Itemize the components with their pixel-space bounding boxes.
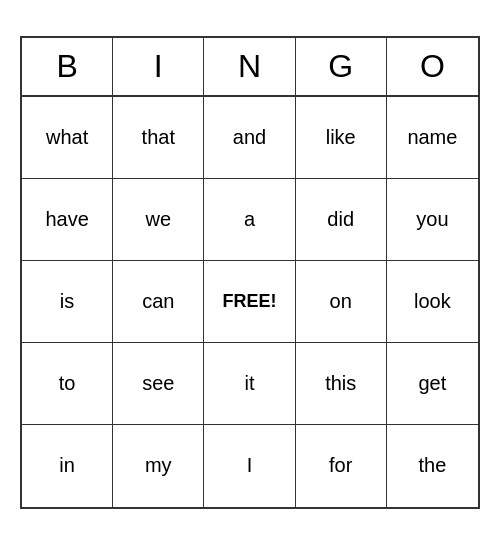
cell-r3c5: look <box>387 261 478 343</box>
cell-r4c4: this <box>296 343 387 425</box>
cell-r4c1: to <box>22 343 113 425</box>
bingo-grid: what that and like name have we a did yo… <box>22 97 478 507</box>
header-b: B <box>22 38 113 95</box>
cell-r3c4: on <box>296 261 387 343</box>
cell-r1c3: and <box>204 97 295 179</box>
header-o: O <box>387 38 478 95</box>
cell-r5c2: my <box>113 425 204 507</box>
cell-r2c3: a <box>204 179 295 261</box>
cell-r1c2: that <box>113 97 204 179</box>
cell-r4c3: it <box>204 343 295 425</box>
bingo-card: B I N G O what that and like name have w… <box>20 36 480 509</box>
cell-r5c1: in <box>22 425 113 507</box>
cell-r2c4: did <box>296 179 387 261</box>
cell-r4c5: get <box>387 343 478 425</box>
header-n: N <box>204 38 295 95</box>
cell-r1c5: name <box>387 97 478 179</box>
cell-r5c3: I <box>204 425 295 507</box>
cell-r3c1: is <box>22 261 113 343</box>
cell-r2c5: you <box>387 179 478 261</box>
cell-r3c2: can <box>113 261 204 343</box>
cell-r1c4: like <box>296 97 387 179</box>
header-i: I <box>113 38 204 95</box>
cell-r2c2: we <box>113 179 204 261</box>
cell-free: FREE! <box>204 261 295 343</box>
cell-r5c5: the <box>387 425 478 507</box>
bingo-header: B I N G O <box>22 38 478 97</box>
cell-r1c1: what <box>22 97 113 179</box>
cell-r4c2: see <box>113 343 204 425</box>
header-g: G <box>296 38 387 95</box>
cell-r5c4: for <box>296 425 387 507</box>
cell-r2c1: have <box>22 179 113 261</box>
